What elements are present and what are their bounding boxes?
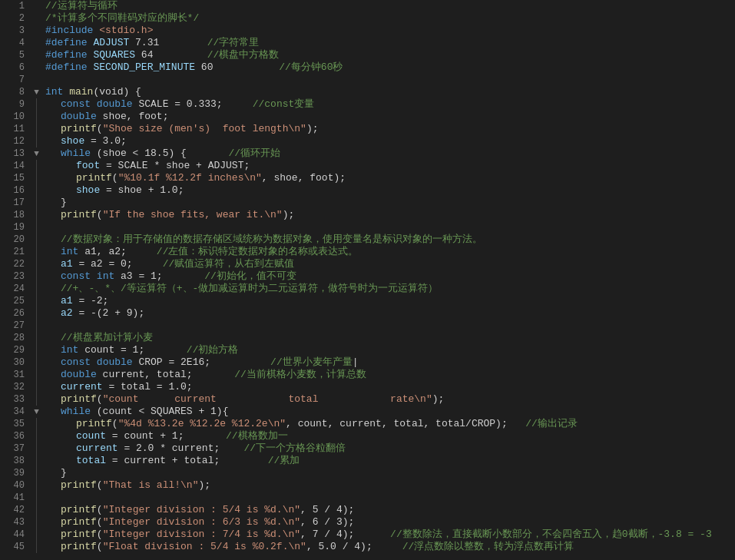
token: /*计算多个不同鞋码对应的脚长*/: [45, 12, 199, 25]
fold-spacer: [31, 74, 42, 86]
line-number: 35: [14, 418, 25, 430]
token: (void) {: [93, 86, 141, 98]
line-number: 10: [14, 111, 25, 123]
fold-spacer: [31, 61, 42, 74]
token: //数据对象：用于存储值的数据存储区域统称为数据对象，使用变量名是标识对象的一种…: [61, 234, 482, 246]
fold-marker-main[interactable]: ▼: [31, 86, 42, 98]
line-number: 34: [14, 406, 25, 418]
token: shoe: [61, 135, 84, 147]
token: , shoe, foot);: [262, 172, 346, 184]
fold-spacer: [31, 307, 42, 320]
token: = total = 1.0;: [103, 381, 193, 393]
fold-spacer: [31, 418, 42, 430]
fold-marker-while1[interactable]: ▼: [31, 147, 42, 160]
line-number: 33: [14, 393, 25, 406]
line-number: 26: [14, 307, 25, 320]
code-line: //运算符与循环: [45, 0, 735, 12]
token: );: [198, 479, 210, 492]
code-line: printf("Integer division : 5/4 is %d.\n"…: [45, 504, 735, 516]
line-number: 5: [19, 49, 25, 61]
token: int: [97, 270, 114, 283]
token: "Integer division : 7/4 is %d.\n": [103, 529, 300, 541]
token: while: [61, 147, 91, 160]
fold-spacer: [31, 393, 42, 406]
token: [63, 86, 69, 98]
token: (: [97, 516, 103, 529]
code-line: shoe = 3.0;: [45, 135, 735, 147]
fold-spacer: [31, 332, 42, 344]
token: //当前棋格小麦数，计算总数: [234, 369, 366, 381]
line-number: 43: [14, 516, 25, 529]
token: , 6 / 3);: [300, 516, 354, 529]
fold-spacer: [31, 25, 42, 37]
token: //每分钟60秒: [279, 61, 343, 74]
token: [91, 98, 97, 111]
line-number: 30: [14, 356, 25, 369]
token: current: [61, 381, 103, 393]
fold-spacer: [31, 344, 42, 356]
token: 7.31: [129, 37, 207, 49]
token: (: [97, 504, 103, 516]
token: (: [97, 123, 103, 135]
line-number: 40: [14, 479, 25, 492]
token: //循环开始: [228, 147, 280, 160]
code-line: int count = 1; //初始方格: [45, 344, 735, 356]
code-line: while (shoe < 18.5) { //循环开始: [45, 147, 735, 160]
code-line: current = total = 1.0;: [45, 381, 735, 393]
code-line: #define SQUARES 64 //棋盘中方格数: [45, 49, 735, 61]
token: a1: [61, 295, 73, 307]
code-line: printf("count current total rate\n");: [45, 393, 735, 406]
line-number: 23: [14, 270, 25, 283]
token: const: [61, 270, 91, 283]
line-number: 27: [14, 320, 25, 332]
fold-spacer: [31, 209, 42, 221]
code-content[interactable]: //运算符与循环/*计算多个不同鞋码对应的脚长*/#include <stdio…: [42, 0, 735, 560]
code-line: a2 = -(2 + 9);: [45, 307, 735, 320]
line-number: 16: [14, 184, 25, 197]
fold-spacer: [31, 442, 42, 455]
token: "Integer division : 5/4 is %d.\n": [103, 504, 300, 516]
fold-marker-while2[interactable]: ▼: [31, 406, 42, 418]
code-area: 1234567891011121314151617181920212223242…: [0, 0, 735, 560]
token: [88, 49, 94, 61]
token: shoe, foot;: [97, 111, 169, 123]
token: //累加: [268, 455, 300, 467]
line-number: 1: [19, 0, 25, 12]
code-line: [45, 320, 735, 332]
token: , 5.0 / 4);: [306, 541, 402, 553]
code-line: }: [45, 467, 735, 479]
fold-spacer: [31, 283, 42, 295]
token: //下一个方格谷粒翻倍: [243, 442, 346, 455]
code-line: count = count + 1; //棋格数加一: [45, 430, 735, 442]
code-line: current = 2.0 * current; //下一个方格谷粒翻倍: [45, 442, 735, 455]
line-number: 45: [14, 541, 25, 553]
line-number: 2: [19, 12, 25, 25]
fold-spacer: [31, 356, 42, 369]
code-line: foot = SCALE * shoe + ADJUST;: [45, 160, 735, 172]
token: //运算符与循环: [45, 0, 118, 12]
token: (: [97, 541, 103, 553]
fold-spacer: [31, 0, 42, 12]
token: a1, a2;: [78, 246, 156, 258]
token: [88, 61, 94, 74]
token: "Shoe size (men's) foot length\n": [103, 123, 306, 135]
token: , count, current, total, total/CROP);: [286, 418, 525, 430]
token: //+、-、*、/等运算符（+、-做加减运算时为二元运算符，做符号时为一元运算符…: [61, 283, 438, 295]
line-number: 38: [14, 455, 25, 467]
code-line: #define SECOND_PER_MINUTE 60 //每分钟60秒: [45, 61, 735, 74]
token: "%10.1f %12.2f inches\n": [118, 172, 262, 184]
token: //棋盘中方格数: [207, 49, 280, 61]
token: (: [97, 393, 103, 406]
token: current, total;: [97, 369, 234, 381]
fold-spacer: [31, 504, 42, 516]
token: //const变量: [253, 98, 315, 111]
token: 64: [135, 49, 207, 61]
fold-spacer: [31, 123, 42, 135]
token: printf: [61, 516, 97, 529]
token: printf: [61, 529, 97, 541]
editor-container: 1234567891011121314151617181920212223242…: [0, 0, 735, 560]
token: [88, 37, 94, 49]
line-number: 12: [14, 135, 25, 147]
token: int: [61, 344, 78, 356]
line-number: 28: [14, 332, 25, 344]
